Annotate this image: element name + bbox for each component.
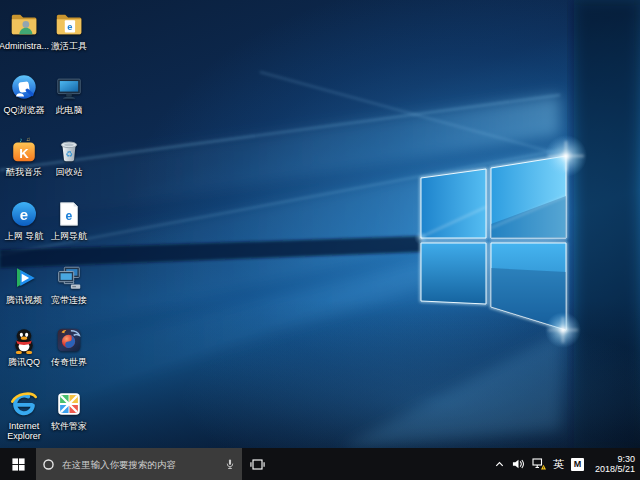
volume-icon[interactable]: [512, 458, 525, 470]
ie-icon: [9, 389, 39, 419]
desktop-icon-broadband-connection[interactable]: 宽带连接: [46, 263, 92, 305]
ime-mode-indicator[interactable]: M: [571, 458, 584, 471]
desktop-icon-tencent-video[interactable]: 腾讯视频: [1, 263, 47, 305]
desktop-icon-qq-browser[interactable]: QQ浏览器: [1, 73, 47, 115]
desktop-icon-this-pc[interactable]: 此电脑: [46, 73, 92, 115]
desktop-icon-label: 软件管家: [51, 421, 87, 431]
edge-folder-icon: e: [54, 9, 84, 39]
clock-date: 2018/5/21: [591, 464, 635, 475]
task-view-button[interactable]: [242, 448, 272, 480]
this-pc-icon: [54, 73, 84, 103]
desktop-icon-label: 腾讯QQ: [8, 357, 40, 367]
edge-page-icon: e: [54, 199, 84, 229]
desktop-icon-label: 传奇世界: [51, 357, 87, 367]
legend-game-icon: [54, 325, 84, 355]
broadband-icon: [54, 263, 84, 293]
desktop-icon-label: 上网导航: [51, 231, 87, 241]
desktop-icon-web-navigation-2[interactable]: e上网导航: [46, 199, 92, 241]
desktop-icon-administrator-folder[interactable]: Administra...: [1, 9, 47, 51]
system-tray: 英 M 9:30 2018/5/21: [494, 448, 640, 480]
cortana-circle-icon: [42, 458, 55, 471]
windows-desktop-screen: Administra...e激活工具QQ浏览器此电脑K♪♫酷我音乐♻回收站e上网…: [0, 0, 640, 480]
desktop-icon-activation-tools[interactable]: e激活工具: [46, 9, 92, 51]
desktop-icon-label: 酷我音乐: [6, 167, 42, 177]
svg-text:♪: ♪: [19, 136, 22, 143]
desktop-icon-software-manager[interactable]: 软件管家: [46, 389, 92, 431]
windows-start-icon: [11, 457, 26, 472]
desktop-icon-label: 激活工具: [51, 41, 87, 51]
desktop-icon-tencent-qq[interactable]: 腾讯QQ: [1, 325, 47, 367]
taskbar-search-box[interactable]: [36, 448, 242, 480]
task-view-icon: [250, 457, 265, 472]
svg-text:e: e: [20, 206, 28, 223]
taskbar: 英 M 9:30 2018/5/21: [0, 448, 640, 480]
svg-text:K: K: [19, 146, 29, 161]
desktop-icon-label: 上网 导航: [5, 231, 44, 241]
svg-text:♫: ♫: [26, 136, 30, 142]
clock-time: 9:30: [591, 454, 635, 465]
software-manager-icon: [54, 389, 84, 419]
desktop-icon-label: 此电脑: [56, 105, 83, 115]
qq-browser-icon: [9, 73, 39, 103]
taskbar-empty-area: [272, 448, 494, 480]
microphone-icon[interactable]: [224, 458, 236, 470]
desktop-icon-label: 回收站: [56, 167, 83, 177]
svg-text:♻: ♻: [65, 149, 73, 159]
search-input[interactable]: [60, 458, 219, 471]
ime-language-indicator[interactable]: 英: [553, 459, 564, 470]
network-warning-icon[interactable]: [532, 458, 546, 470]
desktop-wallpaper[interactable]: Administra...e激活工具QQ浏览器此电脑K♪♫酷我音乐♻回收站e上网…: [0, 0, 640, 448]
windows-hero-wallpaper-art: [0, 0, 640, 448]
desktop-icon-label: Administra...: [0, 41, 49, 51]
kuwo-music-icon: K♪♫: [9, 135, 39, 165]
edge-circle-icon: e: [9, 199, 39, 229]
taskbar-clock[interactable]: 9:30 2018/5/21: [591, 454, 637, 475]
desktop-icon-kuwo-music[interactable]: K♪♫酷我音乐: [1, 135, 47, 177]
tencent-video-icon: [9, 263, 39, 293]
desktop-icon-label: QQ浏览器: [3, 105, 44, 115]
qq-penguin-icon: [9, 325, 39, 355]
user-folder-icon: [9, 9, 39, 39]
recycle-bin-icon: ♻: [54, 135, 84, 165]
desktop-icon-web-navigation-1[interactable]: e上网 导航: [1, 199, 47, 241]
svg-text:e: e: [67, 22, 72, 32]
desktop-icon-legend-world-game[interactable]: 传奇世界: [46, 325, 92, 367]
desktop-icon-internet-explorer[interactable]: Internet Explorer: [1, 389, 47, 441]
desktop-icon-recycle-bin[interactable]: ♻回收站: [46, 135, 92, 177]
desktop-icon-label: 宽带连接: [51, 295, 87, 305]
start-button[interactable]: [0, 448, 36, 480]
tray-chevron-up-icon[interactable]: [494, 459, 505, 470]
svg-text:e: e: [66, 209, 73, 223]
desktop-icon-label: Internet Explorer: [1, 421, 47, 441]
desktop-icon-label: 腾讯视频: [6, 295, 42, 305]
